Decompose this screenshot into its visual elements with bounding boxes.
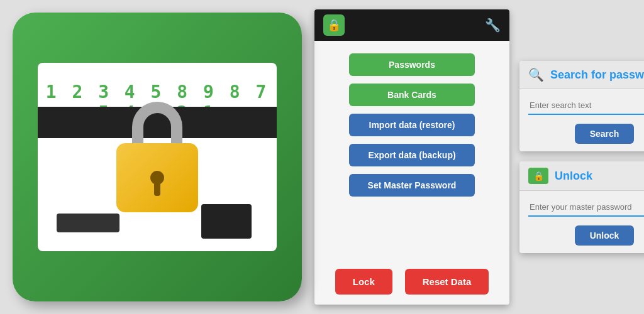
search-icon: 🔍 (528, 67, 544, 82)
password-input-row: 👁 (528, 198, 644, 217)
lock-button[interactable]: Lock (335, 269, 392, 295)
app-icon: 1 2 3 4 5 8 9 8 7 5 4 3 2 1 (13, 13, 302, 301)
search-input[interactable] (528, 97, 644, 115)
unlock-popup: 🔒 Unlock 👁 Unlock (519, 161, 644, 253)
popup-panels: 🔍 Search for password Search 🔒 Unlock 👁 … (519, 61, 644, 253)
app-icon-card: 1 2 3 4 5 8 9 8 7 5 4 3 2 1 (38, 63, 277, 251)
unlock-popup-header: 🔒 Unlock (519, 161, 644, 191)
reset-data-button[interactable]: Reset Data (405, 269, 489, 295)
app-screen: 🔒 🔧 Passwords Bank Cards Import data (re… (314, 9, 509, 305)
padlock (116, 102, 198, 212)
search-popup-header: 🔍 Search for password (519, 61, 644, 89)
bank-cards-button[interactable]: Bank Cards (349, 84, 475, 106)
search-button[interactable]: Search (575, 124, 635, 144)
padlock-keyhole (150, 171, 164, 185)
search-popup: 🔍 Search for password Search (519, 61, 644, 151)
search-popup-body: Search (519, 89, 644, 151)
app-menu: Passwords Bank Cards Import data (restor… (314, 41, 509, 259)
import-button[interactable]: Import data (restore) (349, 114, 475, 136)
passwords-button[interactable]: Passwords (349, 53, 475, 76)
export-button[interactable]: Export data (backup) (349, 144, 475, 166)
topbar: 🔒 🔧 (314, 9, 509, 41)
topbar-lock-icon: 🔒 (327, 18, 341, 32)
card-bottom-box (201, 204, 252, 239)
wrench-icon[interactable]: 🔧 (485, 18, 501, 33)
unlock-popup-title: Unlock (555, 170, 592, 183)
padlock-shackle (132, 102, 182, 146)
master-password-button[interactable]: Set Master Password (349, 174, 475, 197)
search-popup-title: Search for password (550, 68, 644, 82)
padlock-body (116, 143, 198, 212)
card-bottom-strip (57, 214, 119, 232)
unlock-popup-body: 👁 Unlock (519, 191, 644, 253)
app-topbar-icon: 🔒 (323, 14, 345, 36)
unlock-header-icon-box: 🔒 (528, 168, 548, 184)
unlock-button[interactable]: Unlock (575, 225, 635, 246)
master-password-input[interactable] (528, 198, 644, 217)
unlock-lock-icon: 🔒 (533, 171, 544, 181)
app-bottom-bar: Lock Reset Data (314, 259, 509, 305)
